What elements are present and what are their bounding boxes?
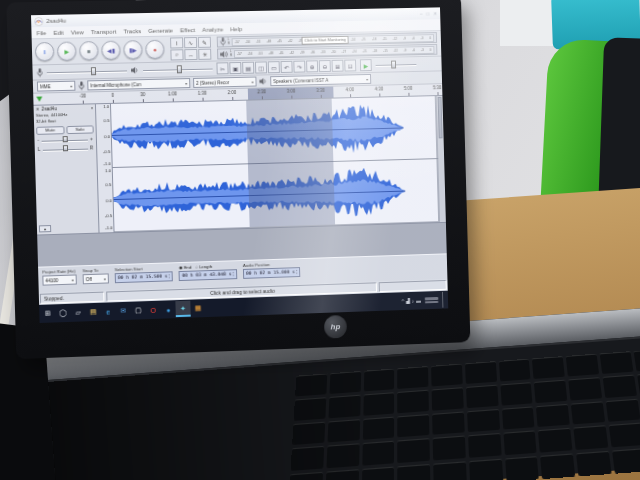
slider-thumb[interactable] xyxy=(176,65,181,73)
project-rate-select[interactable]: 44100▾ xyxy=(42,274,77,285)
zoom-tool[interactable]: ⌕ xyxy=(170,49,183,60)
play-button[interactable]: ▶ xyxy=(57,41,77,60)
track-menu-button[interactable]: ▾ xyxy=(91,105,93,110)
media-app-icon[interactable]: ● xyxy=(160,301,175,317)
laptop-keyboard xyxy=(289,344,640,480)
selection-start-field[interactable]: 00 h 02 m 15.500 s▴▾ xyxy=(115,271,174,283)
stop-button[interactable]: ■ xyxy=(79,41,99,60)
menu-tracks[interactable]: Tracks xyxy=(123,28,141,34)
spinner[interactable]: ▴▾ xyxy=(296,269,298,275)
play-button-glyph: ▶ xyxy=(64,48,69,54)
spinner[interactable]: ▴▾ xyxy=(168,273,170,279)
menu-analyze[interactable]: Analyze xyxy=(202,26,223,32)
fit-selection-button[interactable]: ⊞ xyxy=(332,60,344,72)
slider-thumb[interactable] xyxy=(63,136,68,142)
task-view-button[interactable]: ▱ xyxy=(70,304,86,321)
silence-audio-button[interactable]: ▭ xyxy=(268,61,280,73)
undo-button[interactable]: ↶ xyxy=(281,61,293,73)
network-icon[interactable]: ▟ xyxy=(406,298,410,304)
recording-volume-slider[interactable] xyxy=(47,66,128,77)
snap-to-select[interactable]: Off▾ xyxy=(83,273,109,284)
opera-browser-icon[interactable]: O xyxy=(146,302,161,319)
mail-app-icon[interactable]: ✉ xyxy=(116,303,131,320)
cut-button[interactable]: ✂ xyxy=(216,62,228,74)
laptop-key xyxy=(576,451,611,476)
track-control-panel: ✕ 2sad4u ▾ Stereo, 44100Hz 32-bit float … xyxy=(34,104,100,235)
playback-device-select[interactable]: Speakers (Conexant ISST A▾ xyxy=(270,74,371,86)
battery-icon[interactable]: ▬ xyxy=(416,298,421,304)
menu-edit[interactable]: Edit xyxy=(53,29,64,35)
zoom-out-button[interactable]: ⊖ xyxy=(319,60,331,72)
gain-slider[interactable] xyxy=(41,135,88,143)
waveform-display[interactable] xyxy=(111,96,440,233)
scrollbar-thumb[interactable] xyxy=(438,97,443,138)
pan-slider[interactable] xyxy=(42,144,88,152)
start-button[interactable]: ⊞ xyxy=(40,305,56,322)
minimize-button[interactable]: – xyxy=(420,11,423,17)
monitoring-tooltip[interactable]: Click to Start Monitoring xyxy=(301,35,349,44)
time-shift-tool[interactable]: ↔ xyxy=(184,49,197,60)
menu-view[interactable]: View xyxy=(71,29,84,35)
fit-project-button[interactable]: ⊡ xyxy=(344,59,356,71)
copy-button[interactable]: ▣ xyxy=(229,62,241,74)
document-app-icon[interactable]: ▢ xyxy=(131,302,146,319)
cortana-search-button[interactable]: ◯ xyxy=(55,305,71,322)
audio-position-field[interactable]: 00 h 02 m 15.000 s▴▾ xyxy=(243,267,301,278)
edge-browser-icon[interactable]: e xyxy=(100,303,115,320)
laptop-key xyxy=(291,446,324,471)
track-close-button[interactable]: ✕ xyxy=(36,107,40,112)
playback-volume-slider[interactable] xyxy=(143,64,213,75)
track-collapse-button[interactable]: ▴ xyxy=(39,225,51,232)
menu-help[interactable]: Help xyxy=(230,26,242,32)
zoom-in-button[interactable]: ⊕ xyxy=(306,60,318,72)
menu-generate[interactable]: Generate xyxy=(148,27,173,33)
menu-effect[interactable]: Effect xyxy=(180,27,195,33)
close-button[interactable]: ✕ xyxy=(433,10,437,16)
skip-to-start-button[interactable]: ◀▮ xyxy=(101,41,121,60)
trim-audio-button[interactable]: ◫ xyxy=(255,61,267,73)
slider-thumb[interactable] xyxy=(91,67,96,75)
taskbar-clock[interactable] xyxy=(425,297,439,303)
file-explorer-icon[interactable]: ▤ xyxy=(85,304,100,321)
tracks-area[interactable]: ✕ 2sad4u ▾ Stereo, 44100Hz 32-bit float … xyxy=(34,96,447,267)
play-at-speed-button[interactable]: ▶ xyxy=(360,59,372,71)
maximize-button[interactable]: □ xyxy=(426,11,429,17)
hidden-icons-chevron[interactable]: ^ xyxy=(402,298,404,304)
recording-channels-select[interactable]: 2 (Stereo) Recor▾ xyxy=(193,77,257,88)
record-button[interactable]: ● xyxy=(145,40,164,59)
laptop-key xyxy=(362,441,395,466)
pan-left-label: L xyxy=(38,146,41,151)
menu-transport[interactable]: Transport xyxy=(91,28,117,35)
mute-button[interactable]: Mute xyxy=(36,126,64,135)
play-speed-slider[interactable] xyxy=(375,60,416,70)
slider-thumb[interactable] xyxy=(391,61,396,69)
audio-host-select[interactable]: MME▾ xyxy=(37,81,76,92)
slider-thumb[interactable] xyxy=(63,145,68,151)
draw-tool[interactable]: ✎ xyxy=(198,37,211,48)
pause-button[interactable]: ‖ xyxy=(35,42,55,62)
active-app-icon[interactable]: ✦ xyxy=(175,301,190,317)
playback-scale-tick: 0 xyxy=(430,47,432,51)
envelope-tool[interactable]: ∿ xyxy=(184,37,197,48)
menu-file[interactable]: File xyxy=(36,30,46,36)
recording-device-select[interactable]: Internal Microphone (Con▾ xyxy=(87,78,190,90)
selection-tool[interactable]: I xyxy=(170,37,183,48)
multi-tool[interactable]: ✳ xyxy=(198,49,211,60)
timeline-tick xyxy=(262,96,263,99)
laptop-key xyxy=(327,419,359,443)
quickplay-pin-icon[interactable] xyxy=(36,97,42,102)
selection-end-field[interactable]: 00 h 03 m 43.048 s▴▾ xyxy=(179,269,237,280)
show-desktop-button[interactable] xyxy=(442,292,445,308)
spinner[interactable]: ▴▾ xyxy=(232,271,234,277)
playback-scale-tick: -27 xyxy=(342,49,347,53)
laptop-key xyxy=(363,392,395,415)
folder-app-icon[interactable]: ▦ xyxy=(190,300,205,316)
paste-button[interactable]: ▤ xyxy=(242,62,254,74)
volume-icon[interactable]: ♪ xyxy=(412,298,415,304)
solo-button[interactable]: Solo xyxy=(66,125,94,134)
timeline-label: 1:30 xyxy=(198,91,207,96)
length-radio[interactable]: ○ Length xyxy=(195,264,212,270)
redo-button[interactable]: ↷ xyxy=(293,61,305,73)
skip-to-end-button[interactable]: ▮▶ xyxy=(123,40,143,59)
end-radio[interactable]: ◉ End xyxy=(179,265,192,270)
